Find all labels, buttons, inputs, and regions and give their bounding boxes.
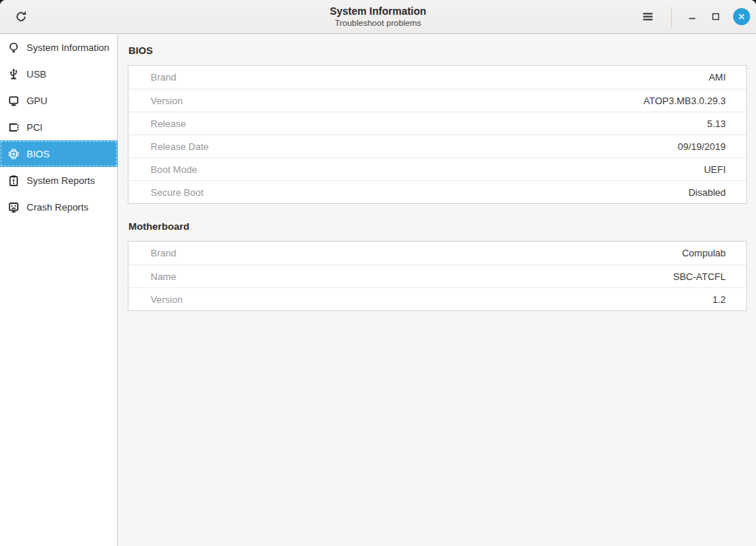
titlebar-controls — [635, 4, 756, 30]
section-title: Motherboard — [128, 221, 747, 232]
menu-button[interactable] — [635, 4, 660, 30]
maximize-icon — [710, 11, 721, 22]
maximize-button[interactable] — [705, 7, 726, 27]
sidebar-item-label: GPU — [27, 95, 47, 106]
sidebar-item-pci[interactable]: PCI — [0, 114, 117, 140]
window-title: System Information — [330, 5, 427, 18]
chip-icon — [7, 148, 20, 160]
titlebar-separator — [671, 7, 672, 27]
refresh-icon — [15, 10, 27, 23]
row-value: SBC-ATCFL — [673, 271, 726, 282]
sidebar-item-crash-reports[interactable]: Crash Reports — [0, 194, 117, 220]
info-table: Brand AMI Version ATOP3.MB3.0.29.3 Relea… — [128, 65, 747, 204]
info-section: Motherboard Brand Compulab Name SBC-ATCF… — [128, 221, 747, 311]
sidebar-item-usb[interactable]: USB — [0, 61, 117, 87]
table-row: Secure Boot Disabled — [128, 180, 746, 203]
row-label: Version — [151, 294, 712, 305]
section-title: BIOS — [128, 45, 747, 56]
pci-card-icon — [7, 121, 20, 134]
sidebar: System Information USB GPU PCI BIOS Syst… — [0, 34, 118, 546]
minimize-icon — [687, 11, 698, 22]
hamburger-icon — [642, 10, 654, 23]
refresh-button[interactable] — [8, 4, 33, 30]
table-row: Boot Mode UEFI — [128, 157, 746, 180]
info-section: BIOS Brand AMI Version ATOP3.MB3.0.29.3 … — [128, 45, 747, 204]
sidebar-item-label: USB — [27, 69, 47, 80]
crash-screen-icon — [7, 201, 20, 214]
sidebar-item-label: Crash Reports — [27, 202, 89, 213]
report-clipboard-icon — [7, 174, 20, 187]
sidebar-item-label: System Information — [27, 42, 109, 53]
row-label: Brand — [151, 72, 709, 83]
table-row: Brand AMI — [128, 66, 746, 89]
lightbulb-icon — [7, 41, 20, 54]
table-row: Version 1.2 — [128, 287, 746, 310]
sidebar-item-label: BIOS — [27, 149, 49, 160]
sidebar-item-bios[interactable]: BIOS — [0, 140, 117, 167]
app-body: System Information USB GPU PCI BIOS Syst… — [0, 34, 756, 546]
row-value: Compulab — [682, 248, 726, 259]
table-row: Version ATOP3.MB3.0.29.3 — [128, 89, 746, 112]
display-icon — [7, 95, 20, 107]
row-label: Release Date — [151, 141, 678, 152]
table-row: Release 5.13 — [128, 112, 746, 134]
sidebar-item-label: System Reports — [27, 175, 94, 186]
table-row: Release Date 09/19/2019 — [128, 134, 746, 157]
sidebar-item-label: PCI — [27, 122, 43, 133]
minimize-button[interactable] — [681, 7, 702, 27]
row-value: Disabled — [688, 187, 726, 198]
window-subtitle: Troubleshoot problems — [330, 18, 427, 28]
info-table: Brand Compulab Name SBC-ATCFL Version 1.… — [128, 241, 747, 311]
row-value: AMI — [709, 72, 726, 83]
row-value: UEFI — [704, 164, 726, 175]
table-row: Name SBC-ATCFL — [128, 265, 746, 287]
row-value: 09/19/2019 — [678, 141, 726, 152]
close-icon — [737, 12, 746, 21]
row-value: 1.2 — [712, 294, 726, 305]
title-box: System Information Troubleshoot problems — [330, 5, 427, 29]
row-label: Secure Boot — [151, 187, 688, 198]
row-value: ATOP3.MB3.0.29.3 — [643, 95, 726, 106]
row-label: Version — [151, 95, 643, 106]
row-label: Boot Mode — [151, 164, 704, 175]
sidebar-item-gpu[interactable]: GPU — [0, 87, 117, 114]
close-button[interactable] — [733, 8, 750, 25]
row-label: Name — [151, 271, 673, 282]
row-label: Release — [151, 118, 707, 129]
content-pane: BIOS Brand AMI Version ATOP3.MB3.0.29.3 … — [118, 34, 756, 546]
table-row: Brand Compulab — [128, 242, 746, 265]
app-window: System Information Troubleshoot problems… — [0, 0, 756, 546]
row-value: 5.13 — [707, 118, 726, 129]
titlebar: System Information Troubleshoot problems — [0, 0, 756, 34]
usb-icon — [7, 68, 20, 81]
sidebar-item-system-reports[interactable]: System Reports — [0, 167, 117, 194]
row-label: Brand — [151, 248, 682, 259]
sidebar-item-system-information[interactable]: System Information — [0, 34, 117, 61]
